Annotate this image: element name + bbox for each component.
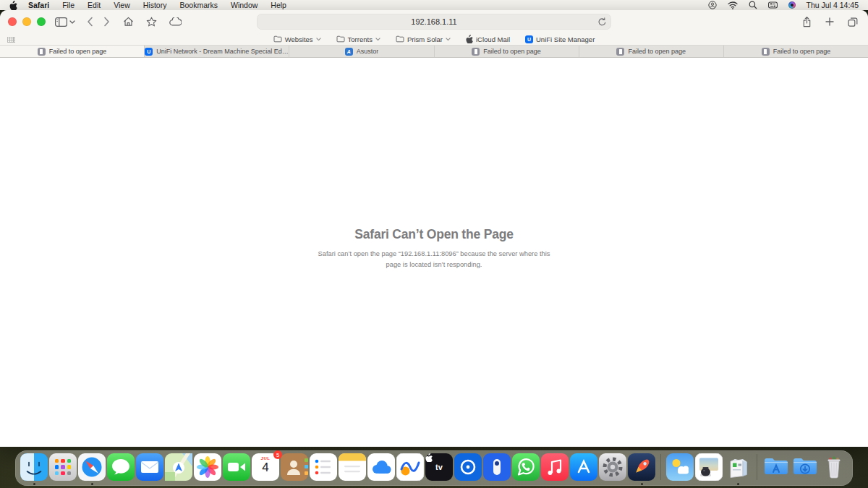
dock-rocket-app-icon[interactable]: [628, 453, 655, 481]
menu-item-view[interactable]: View: [107, 0, 137, 10]
safari-window: 192.168.1.11: [0, 10, 868, 447]
dock-icloud-drive-icon[interactable]: [367, 453, 395, 481]
page-favicon: [616, 48, 624, 56]
minimize-window-button[interactable]: [22, 17, 31, 26]
control-center-icon[interactable]: [768, 1, 778, 9]
dock-unifi-icon[interactable]: [454, 453, 482, 481]
dock: JUL 4 5 tv: [15, 450, 853, 486]
page-content: Safari Can’t Open the Page Safari can’t …: [0, 58, 868, 447]
favorites-grid-icon[interactable]: [7, 37, 15, 43]
forward-button[interactable]: [103, 17, 110, 27]
dock-trash-icon[interactable]: [820, 453, 848, 481]
menu-bar: Safari File Edit View History Bookmarks …: [0, 0, 868, 10]
asustor-favicon: A: [345, 48, 353, 56]
bookmark-folder-websites[interactable]: Websites: [273, 35, 321, 43]
apple-menu-icon[interactable]: [9, 1, 17, 10]
dock-notes-icon[interactable]: [339, 453, 366, 481]
new-tab-icon[interactable]: [825, 17, 834, 26]
menu-bar-status: Thu Jul 4 14:45: [708, 1, 859, 9]
menu-bar-left: Safari File Edit View History Bookmarks …: [9, 0, 293, 10]
dock-photos-icon[interactable]: [194, 453, 221, 481]
tab-failed-1[interactable]: Failed to open page: [0, 46, 145, 57]
dock-messages-icon[interactable]: [107, 453, 135, 481]
dock-music-icon[interactable]: [541, 453, 569, 481]
bookmarks-star-icon[interactable]: [146, 17, 157, 27]
menu-item-file[interactable]: File: [56, 0, 81, 10]
chevron-down-icon: [316, 38, 321, 41]
unifi-favicon: U: [145, 48, 153, 56]
menu-item-help[interactable]: Help: [264, 0, 293, 10]
icloud-tabs-icon[interactable]: [169, 17, 182, 26]
dock-safari-icon[interactable]: [78, 453, 106, 481]
home-button[interactable]: [123, 17, 134, 27]
dock-launchpad-icon[interactable]: [49, 453, 77, 481]
dock-box-app-icon[interactable]: [724, 453, 752, 481]
tab-overview-icon[interactable]: [848, 17, 858, 27]
dock-preview-icon[interactable]: [695, 453, 723, 481]
calendar-day: 4: [262, 461, 268, 474]
error-description: Safari can’t open the page “192.168.1.11…: [312, 249, 556, 270]
dock-downloads-folder-icon[interactable]: [791, 453, 819, 481]
spotlight-search-icon[interactable]: [749, 1, 757, 9]
apple-icon: [466, 35, 473, 43]
dock-freeform-wave-icon[interactable]: [396, 453, 424, 481]
folder-icon: [273, 35, 282, 43]
menu-item-safari[interactable]: Safari: [22, 0, 56, 10]
menubar-app-icon[interactable]: [788, 1, 796, 9]
error-title: Safari Can’t Open the Page: [312, 227, 556, 242]
page-favicon: [38, 48, 46, 56]
dock-applications-folder-icon[interactable]: [762, 453, 790, 481]
dock-reminders-icon[interactable]: [310, 453, 337, 481]
share-icon[interactable]: [802, 17, 812, 27]
error-message-block: Safari Can’t Open the Page Safari can’t …: [312, 227, 556, 270]
dock-calendar-icon[interactable]: JUL 4 5: [252, 453, 279, 481]
window-controls: [8, 17, 46, 26]
dock-facetime-icon[interactable]: [223, 453, 250, 481]
dock-maps-icon[interactable]: [165, 453, 192, 481]
dock-apple-tv-icon[interactable]: tv: [425, 453, 453, 481]
menu-item-history[interactable]: History: [137, 0, 174, 10]
dock-contacts-icon[interactable]: [281, 453, 308, 481]
dock-weather-icon[interactable]: [666, 453, 694, 481]
apple-icon: [425, 453, 433, 462]
chevron-down-icon: [375, 38, 380, 41]
sidebar-chevron-down-icon[interactable]: [69, 20, 75, 24]
bookmark-folder-torrents[interactable]: Torrents: [336, 35, 380, 43]
tab-bar: Failed to open page U UniFi Network - Dr…: [0, 46, 868, 58]
sidebar-toggle-icon[interactable]: [55, 17, 67, 27]
wifi-icon[interactable]: [728, 1, 738, 9]
dock-system-settings-icon[interactable]: [599, 453, 626, 481]
tab-failed-3[interactable]: Failed to open page: [579, 46, 724, 57]
folder-icon: [396, 35, 404, 43]
unifi-icon: U: [525, 35, 533, 43]
page-favicon: [472, 48, 480, 56]
user-account-icon[interactable]: [708, 1, 717, 9]
tab-asustor[interactable]: A Asustor: [289, 46, 434, 57]
dock-whatsapp-icon[interactable]: [512, 453, 540, 481]
bookmark-folder-prism-solar[interactable]: Prism Solar: [396, 35, 451, 43]
reload-icon[interactable]: [598, 17, 606, 30]
tab-failed-2[interactable]: Failed to open page: [435, 46, 579, 57]
toolbar-right: [802, 10, 858, 33]
folder-icon: [336, 35, 345, 43]
bookmark-unifi-site-manager[interactable]: U UniFi Site Manager: [525, 35, 595, 43]
menu-item-edit[interactable]: Edit: [81, 0, 107, 10]
menu-item-window[interactable]: Window: [224, 0, 264, 10]
menu-item-bookmarks[interactable]: Bookmarks: [173, 0, 224, 10]
macos-desktop: Safari File Edit View History Bookmarks …: [0, 0, 868, 488]
close-window-button[interactable]: [8, 17, 17, 26]
dock-unifi-protect-icon[interactable]: [483, 453, 511, 481]
dock-finder-icon[interactable]: [20, 453, 48, 481]
menu-bar-clock[interactable]: Thu Jul 4 14:45: [807, 1, 859, 9]
bookmarks-bar: Websites Torrents Prism Solar iCloud Mai…: [0, 33, 868, 46]
dock-app-store-icon[interactable]: [570, 453, 597, 481]
back-button[interactable]: [87, 17, 93, 27]
bookmark-icloud-mail[interactable]: iCloud Mail: [466, 35, 510, 43]
address-bar-url: 192.168.1.11: [411, 17, 456, 26]
tab-unifi-network[interactable]: U UniFi Network - Dream Machine Special …: [145, 46, 289, 57]
tab-failed-4[interactable]: Failed to open page: [724, 46, 868, 57]
address-bar[interactable]: 192.168.1.11: [257, 14, 611, 30]
zoom-window-button[interactable]: [37, 17, 46, 26]
page-favicon: [762, 48, 770, 56]
dock-mail-icon[interactable]: [136, 453, 163, 481]
